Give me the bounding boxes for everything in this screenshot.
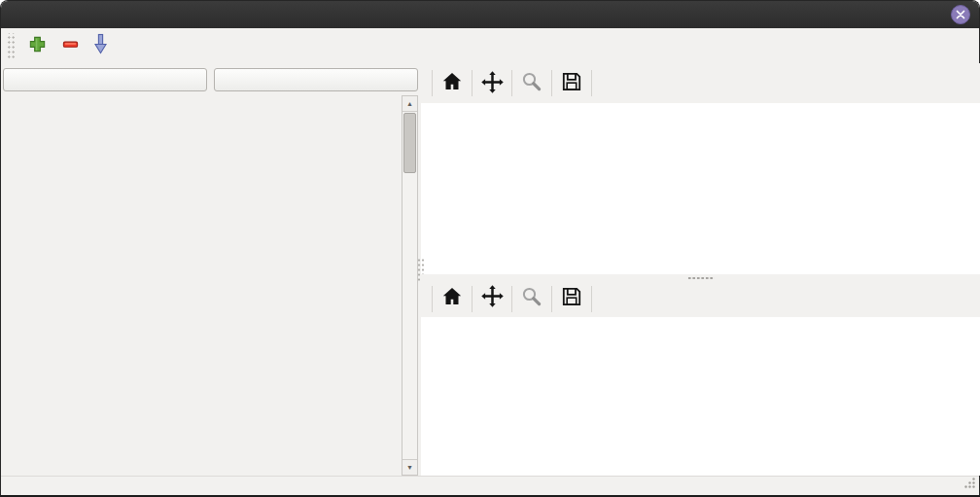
add-row-button[interactable] bbox=[23, 32, 51, 59]
left-panel: ▲ ▼ bbox=[1, 63, 421, 476]
magnifier-icon bbox=[520, 70, 543, 96]
home-icon bbox=[440, 285, 464, 311]
add-icon bbox=[28, 35, 47, 56]
home-button[interactable] bbox=[436, 69, 469, 98]
statusbar bbox=[1, 476, 979, 495]
save-figure-button[interactable] bbox=[555, 69, 588, 98]
elevation-plot[interactable] bbox=[421, 103, 980, 274]
home-icon bbox=[440, 70, 464, 96]
pan-move-icon bbox=[480, 70, 505, 97]
save-figure-button[interactable] bbox=[555, 283, 588, 312]
titlebar[interactable] bbox=[1, 1, 979, 28]
pan-button[interactable] bbox=[475, 69, 508, 98]
initial-condition-table-area: ▲ ▼ bbox=[1, 95, 421, 476]
sort-button[interactable] bbox=[89, 32, 117, 59]
right-panel bbox=[421, 63, 980, 476]
save-icon bbox=[560, 285, 583, 311]
scroll-up-button[interactable]: ▲ bbox=[402, 96, 417, 112]
generate-buttons-row bbox=[1, 63, 421, 95]
horizontal-splitter-handle[interactable] bbox=[687, 276, 715, 280]
table-scrollbar[interactable]: ▲ ▼ bbox=[402, 95, 418, 476]
discharge-plot-toolbar bbox=[421, 274, 980, 317]
remove-row-button[interactable] bbox=[56, 32, 84, 59]
app-window: ▲ ▼ bbox=[0, 0, 980, 497]
resize-grip-icon[interactable] bbox=[963, 476, 976, 493]
home-button[interactable] bbox=[436, 283, 469, 312]
zoom-button[interactable] bbox=[515, 283, 548, 312]
scrollbar-thumb[interactable] bbox=[403, 113, 416, 173]
save-icon bbox=[560, 70, 583, 96]
toolbar-drag-handle[interactable] bbox=[6, 33, 15, 58]
main-toolbar bbox=[1, 28, 979, 63]
sort-numeric-icon bbox=[93, 33, 113, 58]
zoom-button[interactable] bbox=[515, 69, 548, 98]
pan-move-icon bbox=[480, 284, 505, 311]
close-icon bbox=[956, 10, 965, 19]
remove-icon bbox=[61, 35, 80, 56]
generate-constant-discharge-button[interactable] bbox=[214, 68, 418, 91]
pan-button[interactable] bbox=[475, 283, 508, 312]
scroll-down-button[interactable]: ▼ bbox=[402, 459, 417, 475]
elevation-plot-toolbar bbox=[421, 63, 980, 103]
magnifier-icon bbox=[520, 285, 543, 311]
close-button[interactable] bbox=[951, 5, 970, 24]
generate-minimal-height-button[interactable] bbox=[3, 68, 207, 91]
content-area: ▲ ▼ bbox=[1, 63, 979, 476]
discharge-plot[interactable] bbox=[421, 317, 980, 476]
